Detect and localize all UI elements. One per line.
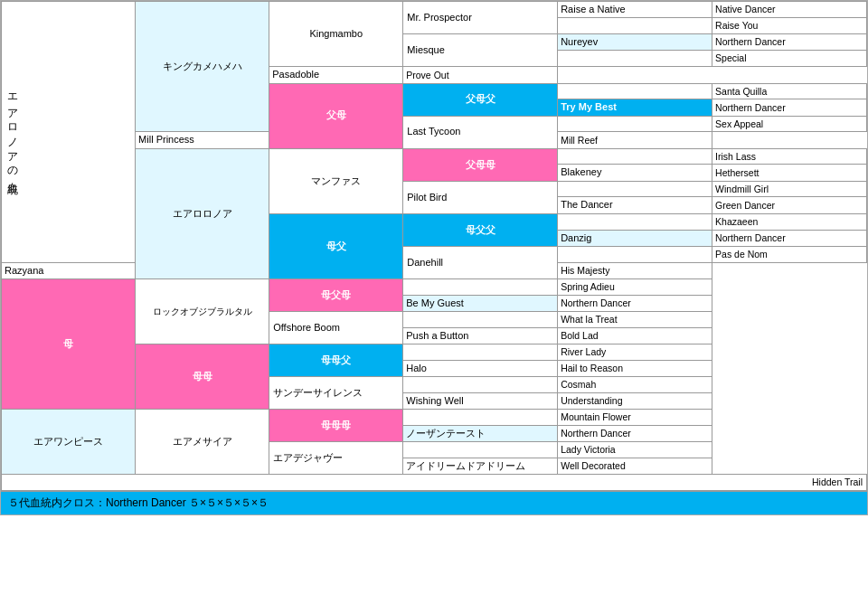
gen4-raise-you	[558, 18, 712, 34]
table-row: 母 ロックオブジブラルタル 母父母 Spring Adieu	[2, 279, 867, 296]
gen3-miesque: Miesque	[403, 34, 558, 67]
gen4-halo: Halo	[403, 360, 558, 376]
gen3-pilot-bird: Pilot Bird	[403, 181, 558, 213]
gen4-i-dream: アイドリームドアドリーム	[403, 458, 558, 475]
gen1-aerorono: エアロロノア	[136, 148, 269, 278]
gen4-be-my-guest: Be My Guest	[403, 295, 558, 311]
gen4-mill-princess: Mill Princess	[136, 132, 269, 148]
gen5-sex-appeal: Sex Appeal	[712, 116, 867, 132]
gen3-hahahahaha: 母母母	[269, 410, 403, 442]
gen5-hethersett: Hethersett	[712, 165, 867, 181]
gen1-haha: 母	[2, 279, 136, 410]
gen5-santa-quilla: Santa Quilla	[712, 83, 867, 99]
gen5-northern-dancer-3: Northern Dancer	[712, 230, 867, 246]
gen5-his-majesty: His Majesty	[558, 262, 712, 278]
gen3-offshore-boom: Offshore Boom	[269, 312, 403, 344]
gen4-pasadoble: Pasadoble	[269, 67, 403, 83]
gen0-vertical-text: エアロノアの血統	[5, 87, 20, 177]
pedigree-container: エアロノアの血統 キングカメハメハ Kingmambo Mr. Prospect…	[0, 0, 868, 515]
gen3-last-tycoon: Last Tycoon	[403, 116, 558, 148]
gen5-hidden-trail: Hidden Trail	[2, 475, 867, 491]
gen1-air-one-piece: エアワンピース	[2, 410, 136, 475]
gen3-chichihachiichi: 父母父	[403, 83, 558, 116]
gen3-sunday-silence: サンデーサイレンス	[269, 377, 403, 410]
gen4-khazaeen	[558, 213, 712, 230]
gen5-irish-lass: Irish Lass	[712, 148, 867, 165]
gen4-windmill-girl	[558, 181, 712, 197]
gen2-air-mesaia: エアメサイア	[136, 410, 269, 475]
gen4-what-la-treat	[403, 312, 558, 328]
gen4-try-my-best: Try My Best	[558, 99, 712, 116]
gen5-native-dancer: Native Dancer	[712, 2, 867, 18]
gen5-northern-dancer-2: Northern Dancer	[712, 99, 867, 116]
gen4-cosmah	[403, 377, 558, 393]
gen5-what-la-treat: What la Treat	[558, 312, 712, 328]
gen0-label: エアロノアの血統	[2, 2, 136, 263]
gen5-northern-dancer-4: Northern Dancer	[558, 295, 712, 311]
gen5-northern-dancer-5: Northern Dancer	[558, 426, 712, 442]
gen4-blakeney: Blakeney	[558, 165, 712, 181]
gen4-nureyev-special	[558, 51, 712, 67]
gen3-hahahachiichichi: 母母父	[269, 344, 403, 377]
gen5-spring-adieu: Spring Adieu	[558, 279, 712, 296]
gen2-hahachiichi: 母父	[269, 213, 403, 278]
gen4-raise-a-native: Raise a Native	[558, 2, 712, 18]
gen4-spring-adieu	[403, 279, 558, 296]
gen2-manfas: マンファス	[269, 148, 403, 213]
gen5-mill-reef: Mill Reef	[558, 132, 712, 148]
gen5-pas-de-nom: Pas de Nom	[712, 246, 867, 262]
gen4-sex-appeal	[558, 116, 712, 132]
gen4-irish-lass	[558, 148, 712, 165]
gen5-well-decorated: Well Decorated	[558, 458, 712, 475]
gen4-danzig: Danzig	[558, 230, 712, 246]
gen5-windmill-girl: Windmill Girl	[712, 181, 867, 197]
gen4-wishing-well: Wishing Well	[403, 392, 558, 409]
gen4-lady-victoria	[403, 442, 558, 458]
table-row: Hidden Trail	[2, 475, 867, 491]
gen3-hahachiichichi: 母父父	[403, 213, 558, 246]
gen4-razyana: Razyana	[2, 262, 136, 278]
gen5-understanding: Understanding	[558, 392, 712, 409]
gen4-the-dancer: The Dancer	[558, 197, 712, 213]
gen5-hail-to-reason: Hail to Reason	[558, 360, 712, 376]
gen3-hahahachiichi: 母父母	[269, 279, 403, 312]
gen5-mountain-flower: Mountain Flower	[558, 410, 712, 426]
gen4-santa-quilla	[558, 83, 712, 99]
table-row: エアワンピース エアメサイア 母母母 Mountain Flower	[2, 410, 867, 426]
gen4-mountain-flower	[403, 410, 558, 426]
gen2-hahaha: 母母	[136, 344, 269, 410]
gen5-northern-dancer-1: Northern Dancer	[712, 34, 867, 51]
gen5-raise-you: Raise You	[712, 18, 867, 34]
gen4-river-lady	[403, 344, 558, 361]
pedigree-table: エアロノアの血統 キングカメハメハ Kingmambo Mr. Prospect…	[1, 1, 867, 491]
gen4-push-a-button: Push a Button	[403, 327, 558, 344]
table-row: エアロノアの血統 キングカメハメハ Kingmambo Mr. Prospect…	[2, 2, 867, 18]
gen3-danehill: Danehill	[403, 246, 558, 278]
gen3-air-deja-vu: エアデジャヴー	[269, 442, 403, 475]
gen5-cosmah: Cosmah	[558, 377, 712, 393]
gen5-green-dancer: Green Dancer	[712, 197, 867, 213]
gen5-prove-out: Prove Out	[403, 67, 558, 83]
gen1-kingkamehameha: キングカメハメハ	[136, 2, 269, 132]
gen5-special: Special	[712, 51, 867, 67]
gen4-nureyev: Nureyev	[558, 34, 712, 51]
gen3-chichihaha: 父母母	[403, 148, 558, 181]
footer-bar: ５代血統内クロス：Northern Dancer ５×５×５×５×５	[1, 491, 867, 514]
gen2-rock-gibraltar: ロックオブジブラルタル	[136, 279, 269, 344]
gen5-bold-lad: Bold Lad	[558, 327, 712, 344]
gen3-mr-prospector: Mr. Prospector	[403, 2, 558, 34]
gen5-khazaeen: Khazaeen	[712, 213, 867, 230]
footer-text: ５代血統内クロス：Northern Dancer ５×５×５×５×５	[8, 496, 269, 509]
gen5-river-lady: River Lady	[558, 344, 712, 361]
gen2-kingmambo: Kingmambo	[269, 2, 403, 67]
gen5-lady-victoria: Lady Victoria	[558, 442, 712, 458]
gen4-northern-taste: ノーザンテースト	[403, 426, 558, 442]
gen4-pas-de-nom	[558, 246, 712, 262]
gen2-chichiha: 父母	[269, 83, 403, 148]
